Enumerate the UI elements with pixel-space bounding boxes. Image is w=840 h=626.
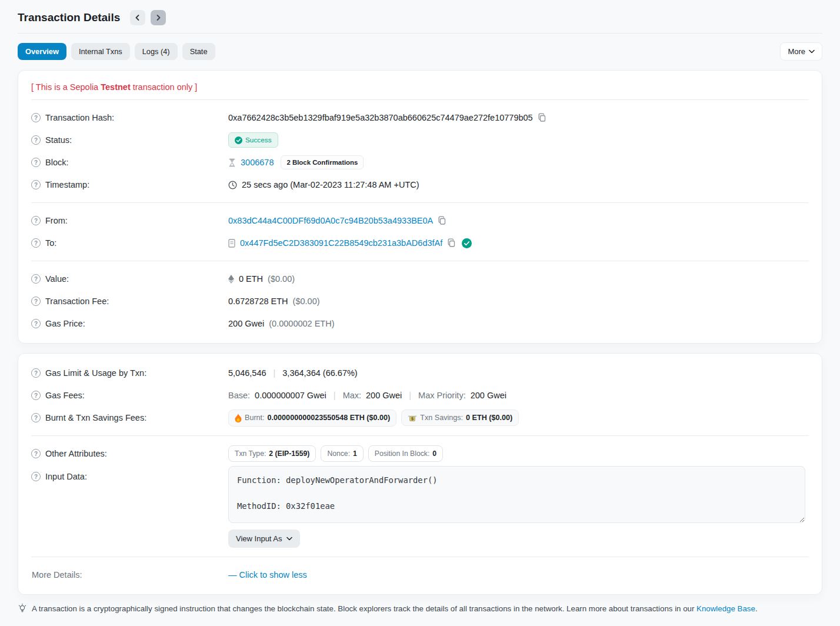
more-dropdown-button[interactable]: More	[780, 42, 822, 61]
footer-text: A transaction is a cryptographically sig…	[32, 604, 758, 613]
txn-type-label: Txn Type:	[235, 449, 266, 458]
more-details-label-group: More Details:	[31, 570, 228, 580]
max-fee-label: Max:	[343, 391, 361, 400]
gas-price-alt: (0.0000002 ETH)	[269, 319, 334, 328]
gas-limit-value: 5,046,546	[228, 368, 266, 378]
help-icon[interactable]: ?	[31, 180, 41, 189]
transaction-fee-amount: 0.6728728 ETH	[228, 297, 288, 306]
position-in-block-badge: Position In Block: 0	[368, 445, 443, 462]
value-label-group: ? Value:	[31, 274, 228, 284]
page-footer: A transaction is a cryptographically sig…	[18, 604, 822, 613]
tab-internal-txns[interactable]: Internal Txns	[71, 43, 130, 60]
divider	[31, 435, 809, 436]
lightbulb-icon	[18, 604, 27, 613]
to-address-link[interactable]: 0x447Fd5eC2D383091C22B8549cb231a3bAD6d3f…	[240, 238, 442, 248]
block-number-link[interactable]: 3006678	[241, 158, 274, 167]
knowledge-base-link[interactable]: Knowledge Base	[696, 604, 755, 613]
show-less-toggle-link[interactable]: — Click to show less	[228, 570, 307, 580]
value-row: ? Value: 0 ETH ($0.00)	[31, 268, 809, 290]
burnt-label: Burnt:	[245, 414, 265, 422]
status-label-group: ? Status:	[31, 135, 228, 145]
clock-icon	[228, 181, 237, 189]
timestamp-label-group: ? Timestamp:	[31, 180, 228, 189]
next-transaction-button[interactable]	[151, 10, 166, 25]
tab-logs[interactable]: Logs (4)	[135, 43, 178, 60]
burnt-value: 0.000000000023550548 ETH ($0.00)	[268, 414, 391, 422]
copy-icon	[447, 238, 456, 248]
help-icon[interactable]: ?	[31, 135, 41, 145]
testnet-notice-suffix: transaction only ]	[131, 82, 198, 92]
view-input-as-button[interactable]: View Input As	[228, 530, 300, 548]
footer-description: A transaction is a cryptographically sig…	[32, 604, 696, 613]
gas-limit-usage-label-group: ? Gas Limit & Usage by Txn:	[31, 368, 228, 378]
transaction-fee-usd: ($0.00)	[293, 297, 320, 306]
help-icon[interactable]: ?	[31, 391, 41, 400]
gas-limit-usage-label: Gas Limit & Usage by Txn:	[45, 368, 146, 378]
base-fee-value: 0.000000007 Gwei	[255, 391, 326, 400]
eth-icon	[228, 275, 234, 284]
svg-text:$: $	[411, 415, 414, 421]
help-icon[interactable]: ?	[31, 238, 41, 248]
status-row: ? Status: Success	[31, 129, 809, 151]
page-title: Transaction Details	[18, 11, 120, 24]
testnet-notice: [ This is a Sepolia Testnet transaction …	[31, 79, 809, 93]
transaction-fee-label-group: ? Transaction Fee:	[31, 297, 228, 306]
block-label: Block:	[45, 158, 69, 167]
help-icon[interactable]: ?	[31, 216, 41, 225]
money-with-wings-icon: $	[408, 414, 417, 422]
footer-suffix: .	[755, 604, 758, 613]
chevron-down-icon	[286, 537, 292, 541]
gas-price-row: ? Gas Price: 200 Gwei (0.0000002 ETH)	[31, 312, 809, 335]
from-address-link[interactable]: 0x83dC44a4C00DFf69d0A0c7c94B20b53a4933BE…	[228, 216, 433, 225]
gas-usage-value: 3,364,364 (66.67%)	[282, 368, 357, 378]
help-icon[interactable]: ?	[31, 158, 41, 167]
input-data-label-group: ? Input Data:	[31, 465, 228, 481]
status-badge-label: Success	[245, 136, 272, 144]
block-label-group: ? Block:	[31, 158, 228, 167]
max-priority-fee-label: Max Priority:	[418, 391, 466, 400]
help-icon[interactable]: ?	[31, 274, 41, 284]
gas-fees-row: ? Gas Fees: Base: 0.000000007 Gwei | Max…	[31, 384, 809, 407]
testnet-notice-prefix: [ This is a Sepolia	[31, 82, 101, 92]
txn-savings-value: 0 ETH ($0.00)	[466, 414, 512, 422]
timestamp-label: Timestamp:	[45, 180, 89, 189]
block-row: ? Block: 3006678 2 Block Confirmations	[31, 151, 809, 174]
copy-icon	[438, 216, 446, 225]
transaction-hash-row: ? Transaction Hash: 0xa7662428c3b5eb1329…	[31, 106, 809, 129]
copy-transaction-hash-button[interactable]	[538, 113, 546, 122]
help-icon[interactable]: ?	[31, 413, 41, 422]
block-confirmations-badge: 2 Block Confirmations	[281, 155, 364, 169]
help-icon[interactable]: ?	[31, 472, 41, 481]
copy-from-address-button[interactable]	[438, 216, 446, 225]
help-icon[interactable]: ?	[31, 449, 41, 458]
testnet-notice-emphasis: Testnet	[101, 82, 131, 92]
check-circle-icon	[235, 136, 242, 144]
from-row: ? From: 0x83dC44a4C00DFf69d0A0c7c94B20b5…	[31, 209, 809, 232]
tab-overview[interactable]: Overview	[18, 43, 66, 60]
separator: |	[406, 391, 414, 400]
chevron-right-icon	[155, 14, 162, 21]
page-header: Transaction Details	[18, 0, 822, 34]
value-usd: ($0.00)	[268, 274, 295, 284]
copy-to-address-button[interactable]	[447, 238, 456, 248]
tab-state[interactable]: State	[182, 43, 215, 60]
burnt-savings-label: Burnt & Txn Savings Fees:	[45, 413, 146, 422]
burnt-savings-label-group: ? Burnt & Txn Savings Fees:	[31, 413, 228, 422]
help-icon[interactable]: ?	[31, 297, 41, 306]
help-icon[interactable]: ?	[31, 113, 41, 122]
help-icon[interactable]: ?	[31, 319, 41, 328]
gas-fees-label: Gas Fees:	[45, 391, 85, 400]
base-fee-label: Base:	[228, 391, 250, 400]
status-badge: Success	[228, 132, 278, 148]
input-data-textarea[interactable]: Function: deployNewOperatorAndForwarder(…	[228, 466, 805, 523]
transaction-fee-row: ? Transaction Fee: 0.6728728 ETH ($0.00)	[31, 290, 809, 312]
nonce-badge: Nonce: 1	[321, 445, 363, 462]
separator: |	[271, 368, 278, 378]
txn-type-badge: Txn Type: 2 (EIP-1559)	[228, 445, 316, 462]
to-row: ? To: 0x447Fd5eC2D383091C22B8549cb231a3b…	[31, 232, 809, 254]
transaction-hash-label-group: ? Transaction Hash:	[31, 113, 228, 122]
value-amount: 0 ETH	[239, 274, 263, 284]
help-icon[interactable]: ?	[31, 368, 41, 378]
previous-transaction-button[interactable]	[130, 10, 145, 25]
to-label-group: ? To:	[31, 238, 228, 248]
